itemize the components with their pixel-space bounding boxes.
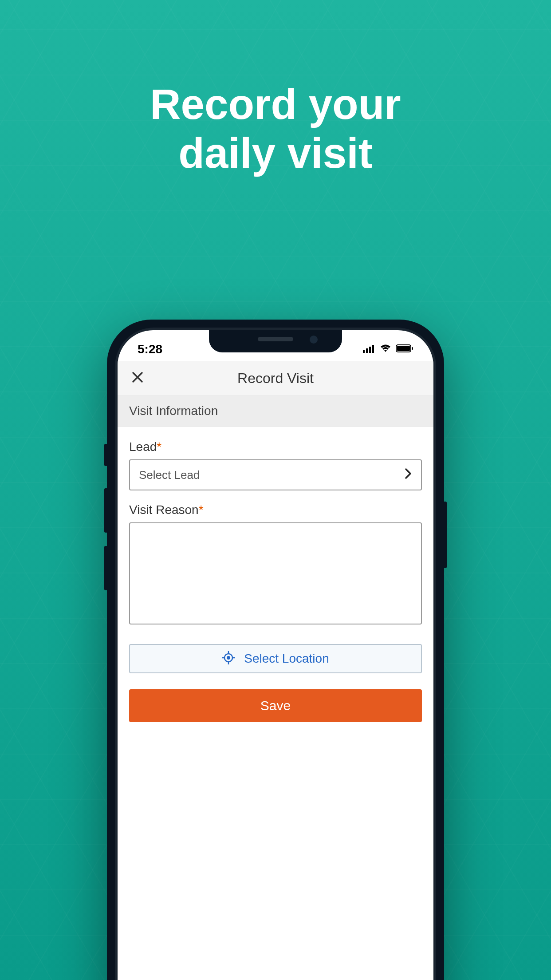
required-indicator: * — [157, 440, 161, 454]
svg-rect-1 — [366, 348, 368, 353]
location-button-label: Select Location — [244, 652, 329, 666]
svg-rect-6 — [412, 347, 413, 350]
svg-rect-0 — [363, 350, 365, 353]
phone-frame: 5:28 — [107, 320, 444, 980]
section-header: Visit Information — [118, 396, 433, 427]
close-button[interactable] — [131, 371, 144, 387]
lead-select[interactable]: Select Lead — [129, 459, 422, 490]
side-button — [104, 488, 108, 533]
svg-rect-3 — [372, 345, 374, 353]
speaker — [258, 337, 293, 341]
cellular-icon — [363, 344, 375, 355]
close-icon — [131, 369, 144, 387]
select-location-button[interactable]: Select Location — [129, 644, 422, 673]
chevron-right-icon — [404, 467, 412, 483]
crosshair-icon — [222, 651, 235, 666]
svg-rect-2 — [369, 347, 371, 353]
camera — [310, 336, 318, 344]
phone-screen: 5:28 — [118, 330, 433, 980]
notch — [209, 330, 342, 352]
svg-rect-5 — [397, 346, 410, 351]
page-header: Record Visit — [118, 361, 433, 396]
form-content: Lead* Select Lead Visit Reason* — [118, 427, 433, 735]
save-button[interactable]: Save — [129, 689, 422, 722]
wifi-icon — [380, 344, 391, 355]
status-icons — [363, 344, 413, 355]
side-button — [104, 444, 108, 466]
marketing-title-line1: Record your — [150, 80, 401, 128]
status-time: 5:28 — [138, 342, 162, 356]
page-title: Record Visit — [131, 370, 420, 387]
lead-placeholder: Select Lead — [139, 468, 200, 482]
battery-icon — [396, 344, 413, 355]
reason-label: Visit Reason* — [129, 503, 422, 517]
svg-point-8 — [227, 656, 230, 660]
save-button-label: Save — [260, 698, 291, 713]
lead-label-text: Lead — [129, 440, 157, 454]
marketing-title: Record your daily visit — [0, 80, 551, 178]
reason-label-text: Visit Reason — [129, 503, 199, 517]
side-button — [104, 546, 108, 590]
required-indicator: * — [199, 503, 204, 517]
phone-bezel: 5:28 — [115, 328, 436, 980]
marketing-title-line2: daily visit — [178, 129, 373, 177]
lead-label: Lead* — [129, 440, 422, 454]
side-button — [443, 502, 447, 568]
reason-textarea[interactable] — [129, 522, 422, 624]
